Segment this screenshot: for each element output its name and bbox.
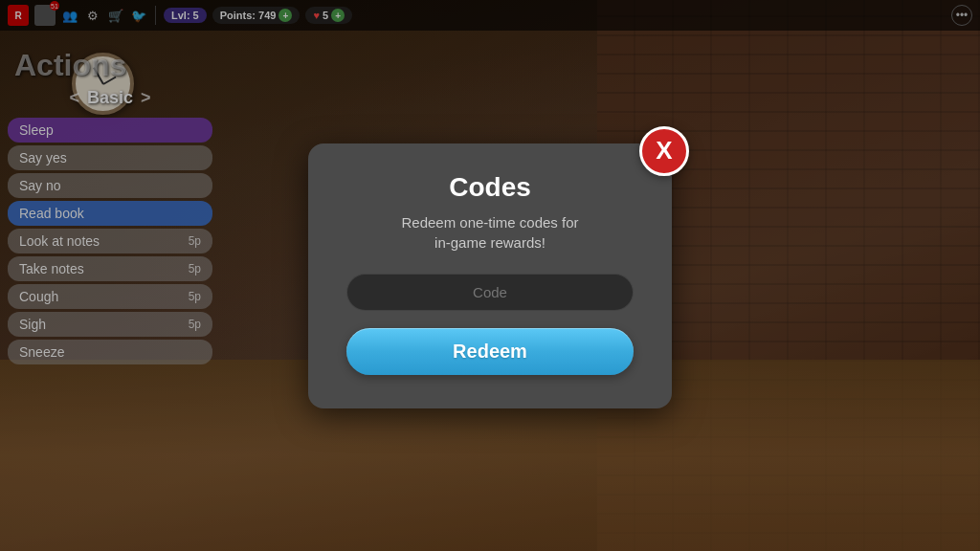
redeem-button[interactable]: Redeem	[346, 328, 634, 375]
close-button[interactable]: X	[639, 126, 689, 176]
modal-title: Codes	[346, 172, 634, 203]
close-icon: X	[656, 138, 672, 163]
modal-overlay: X Codes Redeem one-time codes forin-game…	[0, 0, 980, 551]
code-input[interactable]	[346, 274, 634, 311]
codes-modal: X Codes Redeem one-time codes forin-game…	[308, 143, 672, 408]
modal-subtitle: Redeem one-time codes forin-game rewards…	[346, 212, 634, 253]
